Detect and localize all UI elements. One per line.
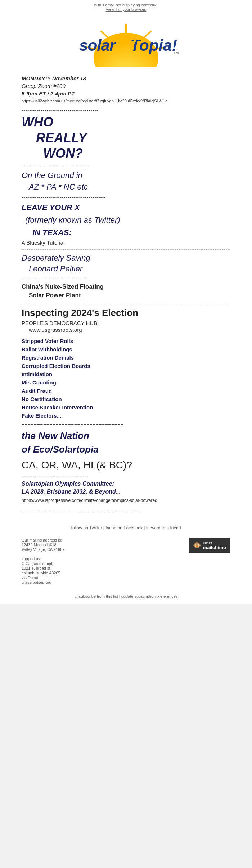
- list-item-corrupted: Corrupted Election Boards: [22, 363, 230, 369]
- list-item: Audit Fraud: [22, 388, 230, 394]
- new-nation-1: the New Nation: [22, 430, 230, 442]
- list-item: Intimidation: [22, 371, 230, 377]
- view-in-browser-link[interactable]: View it in your browser.: [106, 7, 147, 12]
- olympics-url[interactable]: https://www.laprogressive.com/climate-ch…: [22, 498, 230, 503]
- democracy-hub-text: PEOPLE'S DEMOCRACY HUB:: [22, 320, 230, 326]
- states-heading: AZ * PA * NC etc: [22, 182, 230, 192]
- unsubscribe-line: unsubscribe from this list | update subs…: [0, 592, 252, 604]
- email-wrapper: Is this email not displaying correctly? …: [0, 0, 252, 604]
- olympics-line-1: Solartopian Olympics Committee:: [22, 481, 230, 487]
- who-heading: WHO: [22, 115, 230, 129]
- nuke-heading-1: China's Nuke-Sized Floating: [22, 283, 230, 290]
- footer-links: follow on Twitter | friend on Facebook |…: [0, 522, 252, 534]
- footer-divider-dashes: ----------------------------------------…: [22, 508, 230, 512]
- support-label: support us:: [22, 557, 64, 561]
- support-addr-2: columbus, ohio 43205: [22, 571, 64, 575]
- desperately-heading: Desperately Saving: [22, 253, 230, 263]
- mailchimp-icon: 🐵: [193, 541, 201, 549]
- election-issues-list: Stripped Voter Rolls Ballot Withholdings…: [22, 338, 230, 419]
- divider-1: ----------------------------------------: [22, 107, 230, 113]
- mailing-address: Our mailing address is: 12439 Magnolia#1…: [22, 538, 64, 585]
- display-correctly-text: Is this email not displaying correctly?: [94, 3, 158, 7]
- zoom-line: Greep Zoom #200: [22, 83, 230, 89]
- inspect-heading: Inspecting 2024's Election: [22, 307, 230, 319]
- twitter-link[interactable]: follow on Twitter: [71, 525, 102, 530]
- really-heading: REALLY: [22, 131, 230, 145]
- divider-4: -----------------------------------: [22, 276, 230, 281]
- header-logo: solar T opia! TM: [0, 13, 252, 72]
- mailchimp-badge[interactable]: 🐵 INTUIT mailchimp: [189, 538, 230, 553]
- list-item: House Speaker Intervention: [22, 404, 230, 410]
- dots-divider-1: [22, 249, 230, 250]
- date-line: MONDAY!!! November 18: [22, 75, 230, 81]
- new-nation-2: of Eco/Solartopia: [22, 444, 230, 456]
- formerly-heading: (formerly known as Twitter): [22, 215, 230, 226]
- address-line-2: Valley Village, CA 91607: [22, 547, 64, 552]
- support-addr-1: 1021 e. broad st: [22, 566, 64, 570]
- ca-or-heading: CA, OR, WA, HI (& BC)?: [22, 459, 230, 471]
- svg-text:TM: TM: [174, 51, 179, 55]
- democracy-url[interactable]: www.usgrassroots.org: [22, 327, 230, 333]
- svg-text:solar: solar: [79, 36, 117, 54]
- solartopia-logo: solar T opia! TM: [68, 20, 184, 67]
- zoom-url[interactable]: https://us02web.zoom.us/meeting/register…: [22, 99, 230, 103]
- update-prefs-link[interactable]: update subscription preferences: [121, 594, 178, 598]
- equals-divider: =================================: [22, 422, 230, 428]
- bluesky-line: A Bluesky Tutorial: [22, 240, 230, 246]
- forward-link[interactable]: forward to a friend: [146, 525, 181, 530]
- address-line-1: 12439 Magnolia#18: [22, 543, 64, 547]
- support-site: grassrootsep.org: [22, 580, 64, 584]
- dots-divider-2: [22, 303, 230, 303]
- top-bar: Is this email not displaying correctly? …: [0, 0, 252, 13]
- divider-6: -----------------------------------: [22, 473, 230, 478]
- in-texas-heading: IN TEXAS:: [22, 227, 230, 239]
- unsubscribe-link[interactable]: unsubscribe from this list: [75, 594, 118, 598]
- list-item: Mis-Counting: [22, 379, 230, 386]
- won-heading: WON?: [22, 146, 230, 161]
- content-area: MONDAY!!! November 18 Greep Zoom #200 5-…: [0, 72, 252, 522]
- peltier-heading: Leonard Peltier: [22, 264, 230, 273]
- list-item: No Certification: [22, 396, 230, 402]
- mailchimp-text: INTUIT mailchimp: [203, 540, 226, 550]
- support-via: via Donate: [22, 575, 64, 580]
- divider-2: -----------------------------------: [22, 163, 230, 168]
- facebook-link[interactable]: friend on Facebook: [105, 525, 143, 530]
- svg-text:opia!: opia!: [139, 36, 177, 54]
- time-line: 5-6pm ET / 2-4pm PT: [22, 90, 230, 97]
- list-item: Ballot Withholdings: [22, 346, 230, 352]
- leave-x-heading: LEAVE YOUR X: [22, 202, 230, 213]
- on-ground-heading: On the Ground in: [22, 170, 230, 181]
- mailing-label: Our mailing address is:: [22, 538, 64, 542]
- olympics-line-2: LA 2028, Brisbane 2032, & Beyond...: [22, 489, 230, 495]
- list-item: Stripped Voter Rolls: [22, 338, 230, 344]
- list-item: Fake Electors....: [22, 413, 230, 419]
- nuke-heading-2: Solar Power Plant: [22, 292, 230, 299]
- list-item: Registration Denials: [22, 355, 230, 361]
- footer-bottom: Our mailing address is: 12439 Magnolia#1…: [0, 534, 252, 592]
- divider-3: ----------------------------------------…: [22, 195, 230, 200]
- support-org: CICJ (tax exempt): [22, 561, 64, 566]
